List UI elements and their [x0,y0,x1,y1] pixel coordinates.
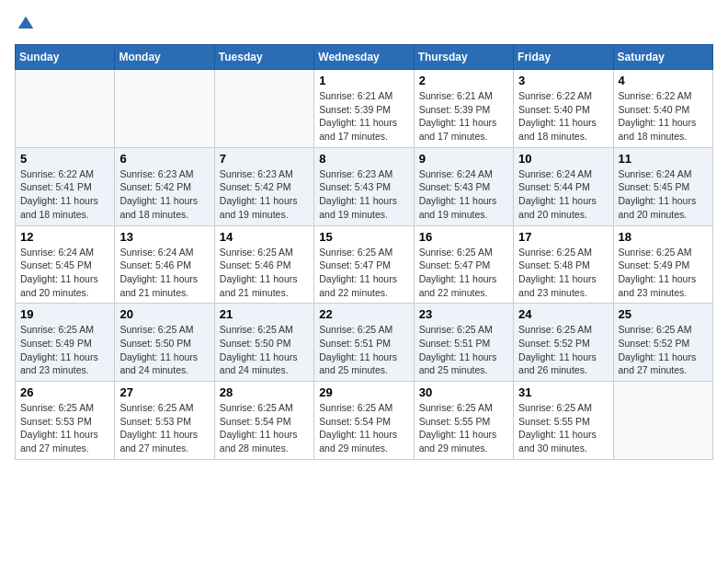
calendar-cell: 20Sunrise: 6:25 AMSunset: 5:50 PMDayligh… [115,304,214,382]
day-info: Sunrise: 6:23 AMSunset: 5:42 PMDaylight:… [119,167,209,222]
day-number: 27 [119,385,209,399]
day-number: 10 [518,152,608,166]
calendar-cell: 16Sunrise: 6:25 AMSunset: 5:47 PMDayligh… [414,225,513,304]
calendar-cell [214,70,313,148]
weekday-header-monday: Monday [115,45,214,70]
day-number: 21 [220,307,309,321]
calendar-cell: 18Sunrise: 6:25 AMSunset: 5:49 PMDayligh… [613,225,712,304]
day-number: 16 [419,230,508,244]
day-number: 20 [119,307,209,321]
day-number: 6 [119,152,209,166]
day-info: Sunrise: 6:24 AMSunset: 5:46 PMDaylight:… [119,246,209,300]
weekday-header-sunday: Sunday [16,45,115,70]
day-number: 22 [319,307,408,321]
day-info: Sunrise: 6:25 AMSunset: 5:53 PMDaylight:… [20,401,109,455]
weekday-header-tuesday: Tuesday [214,45,313,70]
calendar-cell: 4Sunrise: 6:22 AMSunset: 5:40 PMDaylight… [613,70,712,148]
day-number: 12 [20,230,109,244]
day-number: 8 [319,152,408,166]
calendar-cell: 7Sunrise: 6:23 AMSunset: 5:42 PMDaylight… [214,147,313,225]
day-info: Sunrise: 6:25 AMSunset: 5:54 PMDaylight:… [220,401,309,455]
weekday-header-wednesday: Wednesday [314,45,414,70]
calendar-table: SundayMondayTuesdayWednesdayThursdayFrid… [15,44,713,460]
calendar-cell: 5Sunrise: 6:22 AMSunset: 5:41 PMDaylight… [16,147,115,225]
day-number: 5 [20,152,109,166]
day-info: Sunrise: 6:22 AMSunset: 5:40 PMDaylight:… [518,89,608,144]
day-info: Sunrise: 6:25 AMSunset: 5:51 PMDaylight:… [419,323,508,377]
day-info: Sunrise: 6:24 AMSunset: 5:45 PMDaylight:… [20,246,109,300]
day-info: Sunrise: 6:25 AMSunset: 5:51 PMDaylight:… [319,323,408,377]
day-info: Sunrise: 6:25 AMSunset: 5:47 PMDaylight:… [319,246,408,300]
calendar-cell: 14Sunrise: 6:25 AMSunset: 5:46 PMDayligh… [214,225,313,304]
day-number: 26 [20,385,109,399]
calendar-cell: 23Sunrise: 6:25 AMSunset: 5:51 PMDayligh… [414,304,513,382]
day-number: 28 [220,385,309,399]
day-info: Sunrise: 6:25 AMSunset: 5:46 PMDaylight:… [220,246,309,300]
calendar-cell [115,70,214,148]
day-info: Sunrise: 6:25 AMSunset: 5:55 PMDaylight:… [518,401,608,455]
calendar-cell: 24Sunrise: 6:25 AMSunset: 5:52 PMDayligh… [514,304,613,382]
day-info: Sunrise: 6:25 AMSunset: 5:50 PMDaylight:… [119,323,209,377]
day-number: 11 [619,152,708,166]
day-info: Sunrise: 6:25 AMSunset: 5:49 PMDaylight:… [619,246,708,300]
day-info: Sunrise: 6:25 AMSunset: 5:52 PMDaylight:… [518,323,608,377]
day-number: 4 [619,74,708,87]
day-number: 9 [419,152,508,166]
calendar-cell: 30Sunrise: 6:25 AMSunset: 5:55 PMDayligh… [414,382,513,460]
day-number: 24 [518,307,608,321]
calendar-cell: 2Sunrise: 6:21 AMSunset: 5:39 PMDaylight… [414,70,513,148]
calendar-cell: 27Sunrise: 6:25 AMSunset: 5:53 PMDayligh… [115,382,214,460]
calendar-cell: 26Sunrise: 6:25 AMSunset: 5:53 PMDayligh… [16,382,115,460]
calendar-cell: 1Sunrise: 6:21 AMSunset: 5:39 PMDaylight… [314,70,414,148]
day-info: Sunrise: 6:25 AMSunset: 5:48 PMDaylight:… [518,246,608,300]
calendar-cell: 25Sunrise: 6:25 AMSunset: 5:52 PMDayligh… [613,304,712,382]
page-header [15,15,713,33]
day-info: Sunrise: 6:23 AMSunset: 5:43 PMDaylight:… [319,167,408,222]
day-info: Sunrise: 6:24 AMSunset: 5:44 PMDaylight:… [518,167,608,222]
calendar-cell: 13Sunrise: 6:24 AMSunset: 5:46 PMDayligh… [115,225,214,304]
calendar-cell: 9Sunrise: 6:24 AMSunset: 5:43 PMDaylight… [414,147,513,225]
logo-icon [17,15,35,33]
day-number: 30 [419,385,508,399]
calendar-cell: 22Sunrise: 6:25 AMSunset: 5:51 PMDayligh… [314,304,414,382]
weekday-header-saturday: Saturday [613,45,712,70]
calendar-cell: 29Sunrise: 6:25 AMSunset: 5:54 PMDayligh… [314,382,414,460]
day-number: 1 [319,74,408,87]
day-number: 2 [419,74,508,87]
day-info: Sunrise: 6:25 AMSunset: 5:55 PMDaylight:… [419,401,508,455]
day-number: 25 [619,307,708,321]
svg-marker-0 [18,17,34,29]
calendar-cell [16,70,115,148]
day-info: Sunrise: 6:22 AMSunset: 5:40 PMDaylight:… [619,89,708,144]
day-number: 14 [220,230,309,244]
day-info: Sunrise: 6:25 AMSunset: 5:54 PMDaylight:… [319,401,408,455]
calendar-cell: 11Sunrise: 6:24 AMSunset: 5:45 PMDayligh… [613,147,712,225]
calendar-cell: 12Sunrise: 6:24 AMSunset: 5:45 PMDayligh… [16,225,115,304]
calendar-week-row: 5Sunrise: 6:22 AMSunset: 5:41 PMDaylight… [16,147,713,225]
calendar-cell: 17Sunrise: 6:25 AMSunset: 5:48 PMDayligh… [514,225,613,304]
day-info: Sunrise: 6:25 AMSunset: 5:52 PMDaylight:… [619,323,708,377]
day-number: 3 [518,74,608,87]
day-info: Sunrise: 6:23 AMSunset: 5:42 PMDaylight:… [220,167,309,222]
calendar-cell: 15Sunrise: 6:25 AMSunset: 5:47 PMDayligh… [314,225,414,304]
calendar-week-row: 12Sunrise: 6:24 AMSunset: 5:45 PMDayligh… [16,225,713,304]
day-info: Sunrise: 6:21 AMSunset: 5:39 PMDaylight:… [319,89,408,144]
calendar-cell: 3Sunrise: 6:22 AMSunset: 5:40 PMDaylight… [514,70,613,148]
day-number: 19 [20,307,109,321]
weekday-header-friday: Friday [514,45,613,70]
day-number: 15 [319,230,408,244]
day-info: Sunrise: 6:21 AMSunset: 5:39 PMDaylight:… [419,89,508,144]
day-number: 7 [220,152,309,166]
day-number: 17 [518,230,608,244]
day-number: 29 [319,385,408,399]
day-number: 31 [518,385,608,399]
day-number: 18 [619,230,708,244]
calendar-cell [613,382,712,460]
day-info: Sunrise: 6:22 AMSunset: 5:41 PMDaylight:… [20,167,109,222]
day-number: 23 [419,307,508,321]
calendar-cell: 6Sunrise: 6:23 AMSunset: 5:42 PMDaylight… [115,147,214,225]
calendar-cell: 28Sunrise: 6:25 AMSunset: 5:54 PMDayligh… [214,382,313,460]
day-info: Sunrise: 6:25 AMSunset: 5:53 PMDaylight:… [119,401,209,455]
calendar-week-row: 19Sunrise: 6:25 AMSunset: 5:49 PMDayligh… [16,304,713,382]
calendar-cell: 31Sunrise: 6:25 AMSunset: 5:55 PMDayligh… [514,382,613,460]
